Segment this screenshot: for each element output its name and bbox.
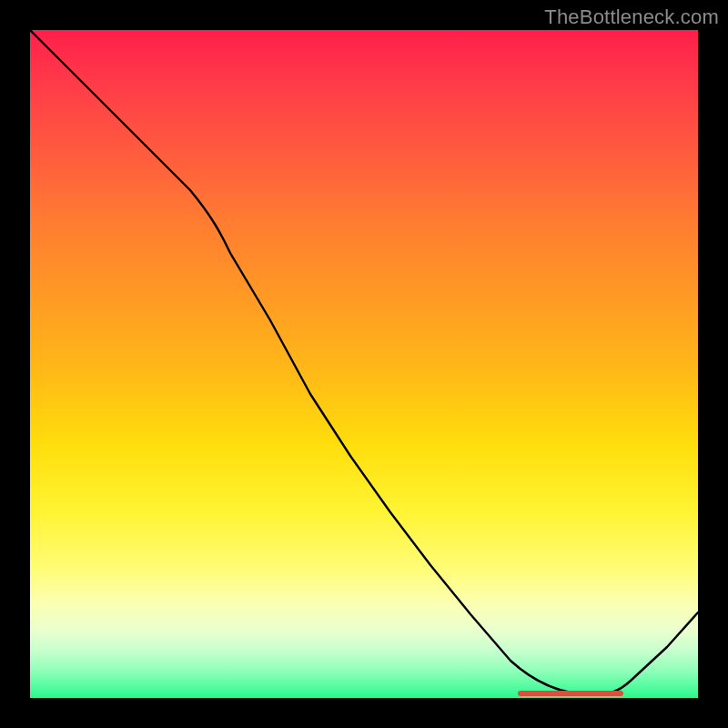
chart-frame: TheBottleneck.com [0, 0, 728, 728]
marker-rect [518, 691, 623, 696]
chart-overlay [30, 30, 698, 698]
watermark-text: TheBottleneck.com [544, 5, 719, 29]
plot-area [30, 30, 698, 698]
curve-line [30, 30, 698, 694]
optimal-marker-band [518, 691, 623, 696]
